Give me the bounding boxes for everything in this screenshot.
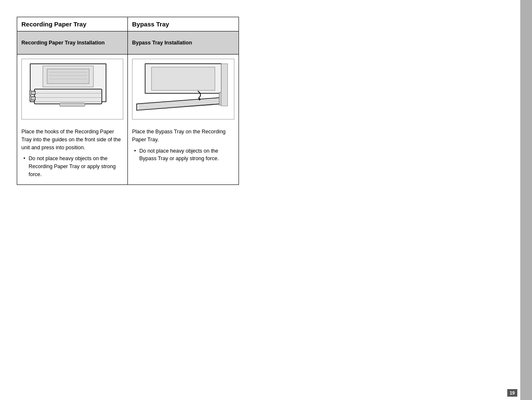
left-illustration xyxy=(21,59,123,119)
svg-rect-14 xyxy=(60,103,85,106)
svg-rect-7 xyxy=(29,91,31,95)
right-section-header: Bypass Tray xyxy=(128,17,239,31)
svg-rect-16 xyxy=(151,67,215,90)
left-bullet-item-1: • Do not place heavy objects on the Reco… xyxy=(23,155,123,178)
right-bullet-text: Do not place heavy objects on the Bypass… xyxy=(139,147,234,163)
left-section-header: Recording Paper Tray xyxy=(17,17,127,31)
left-column: Recording Paper Tray Recording Paper Tra… xyxy=(17,17,128,184)
svg-rect-10 xyxy=(47,69,89,83)
page-number: 19 xyxy=(507,389,517,397)
right-illustration xyxy=(132,59,234,119)
right-bullet-item-1: • Do not place heavy objects on the Bypa… xyxy=(134,147,234,163)
svg-rect-5 xyxy=(31,91,35,95)
left-bullet-list: • Do not place heavy objects on the Reco… xyxy=(21,155,123,178)
left-illustration-svg xyxy=(22,59,123,119)
svg-rect-6 xyxy=(31,97,35,100)
svg-rect-23 xyxy=(221,64,228,106)
svg-rect-8 xyxy=(29,96,31,101)
left-bullet-dot: • xyxy=(23,155,25,162)
page-container: Recording Paper Tray Recording Paper Tra… xyxy=(0,0,532,400)
right-bullet-list: • Do not place heavy objects on the Bypa… xyxy=(132,147,234,163)
left-description: Place the hooks of the Recording Paper T… xyxy=(17,124,127,184)
right-sidebar xyxy=(520,0,532,400)
right-description: Place the Bypass Tray on the Recording P… xyxy=(128,124,239,169)
left-bullet-text: Do not place heavy objects on the Record… xyxy=(29,155,123,178)
main-content: Recording Paper Tray Recording Paper Tra… xyxy=(0,0,532,400)
right-bullet-dot: • xyxy=(134,147,136,155)
right-subsection-header: Bypass Tray Installation xyxy=(128,31,239,55)
left-desc-text: Place the hooks of the Recording Paper T… xyxy=(21,128,123,151)
right-illustration-svg xyxy=(132,59,234,119)
columns-wrapper: Recording Paper Tray Recording Paper Tra… xyxy=(17,17,239,185)
left-subsection-header: Recording Paper Tray Installation xyxy=(17,31,127,55)
right-desc-text: Place the Bypass Tray on the Recording P… xyxy=(132,128,234,144)
right-column: Bypass Tray Bypass Tray Installation xyxy=(128,17,239,184)
